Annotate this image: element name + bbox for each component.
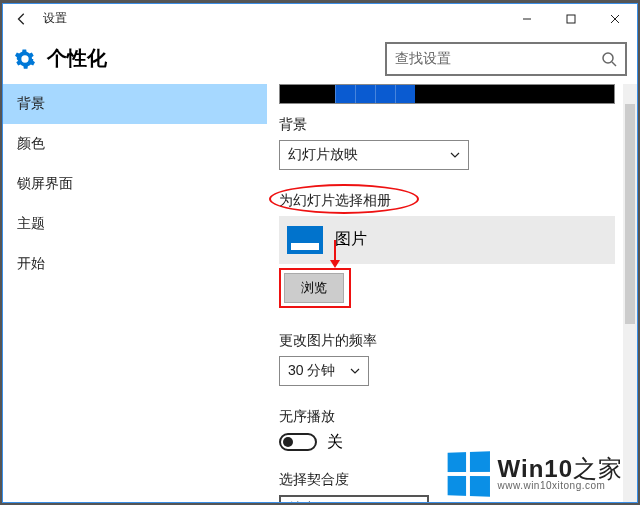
dropdown-value: 填充 (289, 500, 317, 502)
close-button[interactable] (593, 4, 637, 34)
toggle-thumb (283, 437, 293, 447)
toggle-state-text: 关 (327, 432, 343, 453)
frequency-label: 更改图片的频率 (279, 332, 629, 350)
sidebar: 背景 颜色 锁屏界面 主题 开始 (3, 84, 267, 502)
fit-label: 选择契合度 (279, 471, 629, 489)
svg-point-1 (603, 53, 613, 63)
chevron-down-icon (450, 150, 460, 160)
dropdown-value: 幻灯片放映 (288, 146, 358, 164)
sidebar-item-label: 颜色 (17, 135, 45, 153)
shuffle-label: 无序播放 (279, 408, 629, 426)
folder-icon (287, 226, 323, 254)
maximize-button[interactable] (549, 4, 593, 34)
annotation-box: 浏览 (279, 268, 351, 308)
sidebar-item-background[interactable]: 背景 (3, 84, 267, 124)
svg-rect-0 (567, 15, 575, 23)
sidebar-item-label: 背景 (17, 95, 45, 113)
browse-button[interactable]: 浏览 (284, 273, 344, 303)
sidebar-item-themes[interactable]: 主题 (3, 204, 267, 244)
dropdown-value: 30 分钟 (288, 362, 335, 380)
background-mode-dropdown[interactable]: 幻灯片放映 (279, 140, 469, 170)
minimize-button[interactable] (505, 4, 549, 34)
gear-icon (13, 47, 37, 71)
sidebar-item-colors[interactable]: 颜色 (3, 124, 267, 164)
album-folder-row[interactable]: 图片 (279, 216, 615, 264)
search-input[interactable]: 查找设置 (385, 42, 627, 76)
sidebar-item-lockscreen[interactable]: 锁屏界面 (3, 164, 267, 204)
background-label: 背景 (279, 116, 629, 134)
scrollbar-thumb[interactable] (625, 104, 635, 324)
album-folder-name: 图片 (335, 229, 367, 250)
page-title: 个性化 (47, 45, 107, 72)
shuffle-toggle[interactable]: 关 (279, 432, 629, 453)
sidebar-item-label: 主题 (17, 215, 45, 233)
window-title: 设置 (35, 10, 67, 27)
back-button[interactable] (9, 6, 35, 32)
sidebar-item-label: 开始 (17, 255, 45, 273)
album-label: 为幻灯片选择相册 (279, 192, 629, 210)
settings-window: 设置 个性化 查找设置 背景 颜色 锁屏界面 主题 (2, 3, 638, 503)
chevron-down-icon (350, 366, 360, 376)
search-placeholder: 查找设置 (395, 50, 601, 68)
body: 背景 颜色 锁屏界面 主题 开始 背景 幻灯片放映 为幻灯片选择相册 (3, 84, 637, 502)
page-header: 个性化 查找设置 (3, 34, 637, 84)
browse-button-label: 浏览 (301, 279, 327, 297)
toggle-track (279, 433, 317, 451)
frequency-dropdown[interactable]: 30 分钟 (279, 356, 369, 386)
window-controls (505, 4, 637, 34)
search-icon (601, 51, 617, 67)
title-bar: 设置 (3, 4, 637, 34)
preview-thumbnail (279, 84, 615, 104)
sidebar-item-label: 锁屏界面 (17, 175, 73, 193)
sidebar-item-start[interactable]: 开始 (3, 244, 267, 284)
content-pane: 背景 幻灯片放映 为幻灯片选择相册 图片 (267, 84, 637, 502)
fit-dropdown[interactable]: 填充 (279, 495, 429, 502)
vertical-scrollbar[interactable] (623, 84, 637, 502)
